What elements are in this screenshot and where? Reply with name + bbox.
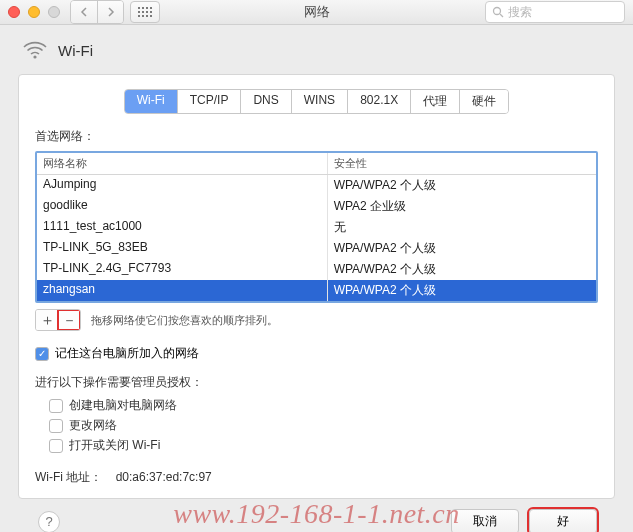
- cell-security: WPA/WPA2 个人级: [328, 175, 596, 196]
- tab-8021x[interactable]: 802.1X: [348, 90, 411, 113]
- cell-name: TP-LINK_2.4G_FC7793: [37, 259, 328, 280]
- minimize-window-icon[interactable]: [28, 6, 40, 18]
- titlebar: 网络 搜索: [0, 0, 633, 25]
- search-placeholder: 搜索: [508, 4, 532, 21]
- add-remove-row: ＋ － 拖移网络使它们按您喜欢的顺序排列。: [35, 309, 598, 331]
- tab-wins[interactable]: WINS: [292, 90, 348, 113]
- page-title: Wi-Fi: [58, 42, 93, 59]
- table-row[interactable]: zhangsan WPA/WPA2 个人级: [37, 280, 596, 301]
- table-row[interactable]: 1111_test_ac1000 无: [37, 217, 596, 238]
- add-network-button[interactable]: ＋: [36, 310, 58, 330]
- cell-name: TP-LINK_5G_83EB: [37, 238, 328, 259]
- col-header-name[interactable]: 网络名称: [37, 153, 328, 174]
- table-row[interactable]: AJumping WPA/WPA2 个人级: [37, 175, 596, 196]
- ok-button[interactable]: 好: [529, 509, 597, 532]
- cell-security: WPA2 企业级: [328, 196, 596, 217]
- option-label: 更改网络: [69, 417, 117, 434]
- settings-panel: Wi-Fi TCP/IP DNS WINS 802.1X 代理 硬件 首选网络：…: [18, 74, 615, 499]
- admin-option[interactable]: 更改网络: [49, 417, 598, 434]
- window-controls: [8, 6, 60, 18]
- cell-security: WPA/WPA2 个人级: [328, 238, 596, 259]
- mac-address-row: Wi-Fi 地址： d0:a6:37:ed:7c:97: [35, 469, 598, 486]
- cell-name: goodlike: [37, 196, 328, 217]
- svg-point-2: [33, 55, 36, 58]
- tab-tcpip[interactable]: TCP/IP: [178, 90, 242, 113]
- svg-point-0: [494, 8, 501, 15]
- footer: ? 取消 好: [18, 499, 615, 532]
- nav-forward-button[interactable]: [97, 1, 123, 23]
- cell-name: 1111_test_ac1000: [37, 217, 328, 238]
- col-header-security[interactable]: 安全性: [328, 153, 596, 174]
- show-all-button[interactable]: [130, 1, 160, 23]
- checkbox-toggle-wifi[interactable]: [49, 439, 63, 453]
- cell-security: WPA/WPA2 个人级: [328, 280, 596, 301]
- svg-line-1: [500, 14, 503, 17]
- admin-option[interactable]: 打开或关闭 Wi-Fi: [49, 437, 598, 454]
- tab-dns[interactable]: DNS: [241, 90, 291, 113]
- remove-network-button[interactable]: －: [58, 310, 80, 330]
- table-row[interactable]: goodlike WPA2 企业级: [37, 196, 596, 217]
- search-input[interactable]: 搜索: [485, 1, 625, 23]
- zoom-window-icon: [48, 6, 60, 18]
- nav-back-button[interactable]: [71, 1, 97, 23]
- table-header: 网络名称 安全性: [37, 153, 596, 175]
- remember-row[interactable]: ✓ 记住这台电脑所加入的网络: [35, 345, 598, 362]
- search-icon: [492, 6, 504, 18]
- nav-buttons: [70, 0, 124, 24]
- tab-hardware[interactable]: 硬件: [460, 90, 508, 113]
- option-label: 打开或关闭 Wi-Fi: [69, 437, 160, 454]
- add-remove-buttons: ＋ －: [35, 309, 81, 331]
- table-body: AJumping WPA/WPA2 个人级 goodlike WPA2 企业级 …: [37, 175, 596, 301]
- admin-option[interactable]: 创建电脑对电脑网络: [49, 397, 598, 414]
- checkbox-create-adhoc[interactable]: [49, 399, 63, 413]
- table-row[interactable]: TP-LINK_2.4G_FC7793 WPA/WPA2 个人级: [37, 259, 596, 280]
- preferred-networks-label: 首选网络：: [35, 128, 598, 145]
- checkbox-change-network[interactable]: [49, 419, 63, 433]
- tab-proxy[interactable]: 代理: [411, 90, 460, 113]
- remember-label: 记住这台电脑所加入的网络: [55, 345, 199, 362]
- window-title: 网络: [304, 3, 330, 21]
- mac-label: Wi-Fi 地址：: [35, 470, 102, 484]
- close-window-icon[interactable]: [8, 6, 20, 18]
- cell-name: zhangsan: [37, 280, 328, 301]
- wifi-icon: [22, 39, 48, 62]
- option-label: 创建电脑对电脑网络: [69, 397, 177, 414]
- mac-value: d0:a6:37:ed:7c:97: [116, 470, 212, 484]
- remember-checkbox[interactable]: ✓: [35, 347, 49, 361]
- admin-auth-label: 进行以下操作需要管理员授权：: [35, 374, 598, 391]
- cell-security: WPA/WPA2 个人级: [328, 259, 596, 280]
- tab-bar: Wi-Fi TCP/IP DNS WINS 802.1X 代理 硬件: [124, 89, 509, 114]
- help-button[interactable]: ?: [38, 511, 60, 533]
- cancel-button[interactable]: 取消: [451, 509, 519, 532]
- network-prefs-window: 网络 搜索 Wi-Fi Wi-Fi TCP/IP DNS WINS 802.1X…: [0, 0, 633, 532]
- drag-hint: 拖移网络使它们按您喜欢的顺序排列。: [91, 313, 278, 328]
- header-row: Wi-Fi: [18, 35, 615, 74]
- tab-wifi[interactable]: Wi-Fi: [125, 90, 178, 113]
- content: Wi-Fi Wi-Fi TCP/IP DNS WINS 802.1X 代理 硬件…: [0, 25, 633, 532]
- cell-security: 无: [328, 217, 596, 238]
- networks-table: 网络名称 安全性 AJumping WPA/WPA2 个人级 goodlike …: [35, 151, 598, 303]
- cell-name: AJumping: [37, 175, 328, 196]
- table-row[interactable]: TP-LINK_5G_83EB WPA/WPA2 个人级: [37, 238, 596, 259]
